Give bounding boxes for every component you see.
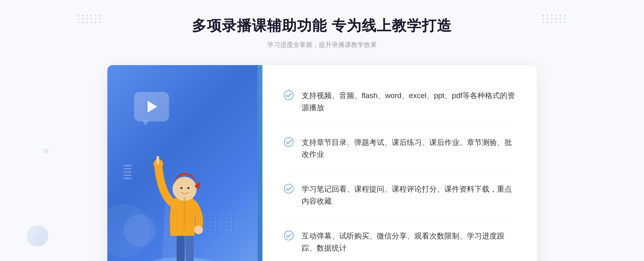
svg-point-10: [187, 187, 189, 189]
illustration-panel: [107, 65, 258, 261]
svg-point-7: [194, 226, 203, 234]
chevron-icon-1: »: [43, 144, 49, 156]
dots-decoration-right: [543, 15, 566, 23]
sidebar-strip: [258, 65, 262, 261]
svg-point-11: [284, 91, 293, 100]
feature-text-2: 支持章节目录、弹题考试、课后练习、课后作业、章节测验、批改作业: [302, 137, 515, 161]
feature-item-1: 支持视频、音频、flash、word、excel、ppt、pdf等各种格式的资源…: [284, 79, 515, 125]
header-section: 多项录播课辅助功能 专为线上教学打造 学习进度全掌握，提升录播课教学效果: [192, 16, 452, 49]
svg-point-13: [284, 184, 293, 193]
main-title: 多项录播课辅助功能 专为线上教学打造: [192, 16, 452, 36]
svg-point-12: [284, 137, 293, 147]
svg-rect-6: [156, 156, 159, 165]
left-arrow-decoration: »: [43, 144, 49, 156]
feature-text-4: 互动弹幕、试听购买、微信分享、观看次数限制、学习进度跟踪、数据统计: [302, 230, 515, 254]
content-section: 支持视频、音频、flash、word、excel、ppt、pdf等各种格式的资源…: [107, 65, 537, 261]
feature-item-2: 支持章节目录、弹题考试、课后练习、课后作业、章节测验、批改作业: [284, 125, 515, 172]
check-circle-icon-3: [284, 184, 294, 193]
feature-item-4: 互动弹幕、试听购买、微信分享、观看次数限制、学习进度跟踪、数据统计: [284, 219, 515, 261]
check-circle-icon-1: [284, 90, 294, 100]
left-circle-decoration: [27, 225, 48, 247]
feature-item-3: 学习笔记回看、课程提问、课程评论打分、课件资料下载，重点内容收藏: [284, 172, 515, 219]
feature-text-1: 支持视频、音频、flash、word、excel、ppt、pdf等各种格式的资源…: [302, 90, 515, 114]
sub-title: 学习进度全掌握，提升录播课教学效果: [192, 40, 452, 49]
check-circle-icon-2: [284, 137, 294, 147]
svg-rect-2: [186, 236, 194, 261]
play-icon: [148, 101, 157, 113]
svg-rect-1: [177, 236, 185, 261]
dots-decoration-left: [78, 15, 101, 23]
feature-text-3: 学习笔记回看、课程提问、课程评论打分、课件资料下载，重点内容收藏: [302, 183, 515, 207]
person-illustration: [145, 145, 220, 261]
stripes-decoration: [123, 165, 131, 179]
page-container: 多项录播课辅助功能 专为线上教学打造 学习进度全掌握，提升录播课教学效果: [0, 0, 644, 261]
svg-point-14: [284, 231, 293, 240]
svg-point-9: [180, 187, 182, 189]
play-bubble: [134, 92, 169, 121]
features-panel: 支持视频、音频、flash、word、excel、ppt、pdf等各种格式的资源…: [262, 65, 537, 261]
check-circle-icon-4: [284, 231, 294, 240]
